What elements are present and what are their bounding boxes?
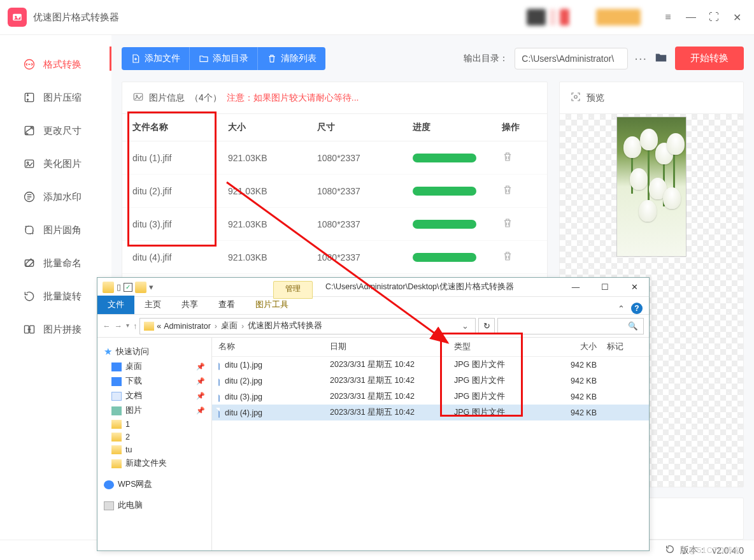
delete-button[interactable] — [502, 150, 537, 165]
delete-button[interactable] — [502, 217, 537, 231]
ribbon-share[interactable]: 共享 — [171, 296, 208, 314]
nav-resize[interactable]: 更改尺寸 — [0, 114, 111, 147]
tree-pictures[interactable]: 图片📌 — [101, 403, 208, 418]
active-indicator — [110, 47, 111, 71]
ribbon-view[interactable]: 查看 — [208, 296, 245, 314]
nav-format-convert[interactable]: 格式转换 — [0, 48, 111, 81]
table-row[interactable]: ditu (2).jfif921.03KB1080*2337 — [122, 175, 547, 208]
cell-type: JPG 图片文件 — [454, 391, 539, 402]
menu-button[interactable]: ≡ — [658, 8, 678, 27]
exp-col-size[interactable]: 大小 — [539, 341, 597, 352]
cell-dimension: 1080*2337 — [317, 153, 413, 163]
nav-merge[interactable]: 图片拼接 — [0, 313, 111, 346]
start-convert-button[interactable]: 开始转换 — [675, 47, 744, 70]
nav-history-icon[interactable]: ▾ — [126, 322, 129, 331]
folder-icon — [103, 282, 114, 293]
cell-type: JPG 图片文件 — [454, 407, 539, 418]
ribbon-home[interactable]: 主页 — [134, 296, 171, 314]
ribbon-collapse-icon[interactable]: ⌃ — [618, 304, 625, 313]
app-logo — [8, 8, 27, 27]
sidebar: 格式转换 图片压缩 更改尺寸 美化图片 添加水印 图片圆角 批量命名 批量旋转 — [0, 35, 111, 540]
exp-col-name[interactable]: 名称 — [218, 341, 330, 352]
minimize-button[interactable]: — — [681, 8, 701, 27]
beautify-icon — [23, 157, 36, 170]
resize-icon — [23, 124, 36, 137]
help-icon[interactable]: ? — [631, 303, 643, 314]
open-folder-button[interactable] — [653, 50, 669, 66]
manage-tab[interactable]: 管理 — [273, 281, 313, 299]
preview-thumbnail — [616, 117, 686, 257]
refresh-icon[interactable] — [665, 544, 675, 556]
blurred-region — [550, 9, 556, 25]
nav-forward[interactable]: → — [115, 322, 123, 331]
cell-size: 921.03KB — [228, 153, 317, 163]
explorer-row[interactable]: ditu (4).jpg2023/3/31 星期五 10:42JPG 图片文件9… — [212, 405, 649, 420]
tree-this-pc[interactable]: 此电脑 — [101, 498, 208, 513]
refresh-button[interactable]: ↻ — [478, 318, 495, 334]
table-row[interactable]: ditu (1).jfif921.03KB1080*2337 — [122, 141, 547, 175]
nav-rename[interactable]: 批量命名 — [0, 247, 111, 280]
close-button[interactable]: ✕ — [727, 8, 746, 27]
explorer-search[interactable]: 🔍 — [497, 318, 644, 334]
blurred-region — [560, 9, 569, 25]
delete-button[interactable] — [502, 183, 537, 198]
svg-rect-8 — [25, 226, 33, 234]
toolbar: 添加文件 添加目录 清除列表 输出目录： C:\Users\Administra… — [122, 35, 744, 82]
tree-documents[interactable]: 文档📌 — [101, 389, 208, 403]
explorer-row[interactable]: ditu (1).jpg2023/3/31 星期五 10:42JPG 图片文件9… — [212, 357, 649, 373]
nav-label: 格式转换 — [43, 59, 82, 71]
tree-wps[interactable]: WPS网盘 — [101, 477, 208, 492]
merge-icon — [23, 323, 36, 336]
nav-up[interactable]: ↑ — [133, 322, 137, 331]
watermark-icon — [23, 190, 36, 203]
address-bar[interactable]: « Administrator› 桌面› 优速图片格式转换器 ⌄ — [139, 318, 476, 334]
button-label: 添加目录 — [213, 53, 248, 64]
explorer-minimize[interactable]: — — [561, 278, 590, 296]
ribbon-file[interactable]: 文件 — [97, 296, 134, 314]
exp-col-tag[interactable]: 标记 — [597, 341, 643, 352]
explorer-file-list: 名称 日期 类型 大小 标记 ditu (1).jpg2023/3/31 星期五… — [212, 338, 649, 550]
nav-beautify[interactable]: 美化图片 — [0, 147, 111, 180]
cell-progress — [413, 187, 502, 196]
info-count: （4个） — [190, 92, 222, 104]
table-row[interactable]: ditu (3).jfif921.03KB1080*2337 — [122, 208, 547, 241]
nav-compress[interactable]: 图片压缩 — [0, 81, 111, 114]
tree-folder[interactable]: 2 — [101, 431, 208, 443]
nav-rotate[interactable]: 批量旋转 — [0, 280, 111, 313]
search-icon: 🔍 — [628, 321, 638, 331]
explorer-row[interactable]: ditu (2).jpg2023/3/31 星期五 10:42JPG 图片文件9… — [212, 373, 649, 389]
cell-progress — [413, 154, 502, 162]
tree-downloads[interactable]: 下载📌 — [101, 374, 208, 389]
tree-desktop[interactable]: 桌面📌 — [101, 359, 208, 374]
nav-label: 图片压缩 — [43, 92, 82, 104]
tree-folder[interactable]: 1 — [101, 418, 208, 431]
blurred-region — [596, 9, 641, 25]
exp-col-type[interactable]: 类型 — [454, 341, 539, 352]
rotate-icon — [23, 290, 36, 303]
nav-watermark[interactable]: 添加水印 — [0, 180, 111, 213]
round-icon — [23, 224, 36, 236]
cell-dimension: 1080*2337 — [317, 186, 413, 196]
trash-icon — [267, 54, 277, 64]
address-dropdown[interactable]: ⌄ — [459, 321, 471, 331]
clear-list-button[interactable]: 清除列表 — [258, 47, 325, 70]
exp-col-date[interactable]: 日期 — [330, 341, 454, 352]
fullscreen-button[interactable]: ⛶ — [704, 8, 723, 27]
delete-button[interactable] — [502, 250, 537, 264]
output-path-input[interactable]: C:\Users\Administrator\ — [515, 48, 628, 69]
table-row[interactable]: ditu (4).jfif921.03KB1080*2337 — [122, 241, 547, 274]
explorer-maximize[interactable]: ☐ — [590, 278, 620, 296]
browse-button[interactable]: ··· — [634, 51, 647, 66]
add-folder-button[interactable]: 添加目录 — [190, 47, 258, 70]
cell-date: 2023/3/31 星期五 10:42 — [330, 359, 454, 370]
file-icon — [218, 360, 220, 370]
explorer-close[interactable]: ✕ — [620, 278, 649, 296]
nav-back[interactable]: ← — [103, 322, 111, 331]
tree-folder[interactable]: 新建文件夹 — [101, 456, 208, 471]
add-file-button[interactable]: 添加文件 — [122, 47, 190, 70]
explorer-row[interactable]: ditu (3).jpg2023/3/31 星期五 10:42JPG 图片文件9… — [212, 389, 649, 405]
nav-round-corner[interactable]: 图片圆角 — [0, 213, 111, 247]
tree-folder[interactable]: tu — [101, 443, 208, 456]
cell-filename: ditu (3).jfif — [132, 219, 228, 229]
tree-quick-access[interactable]: ★快速访问 — [101, 344, 208, 359]
